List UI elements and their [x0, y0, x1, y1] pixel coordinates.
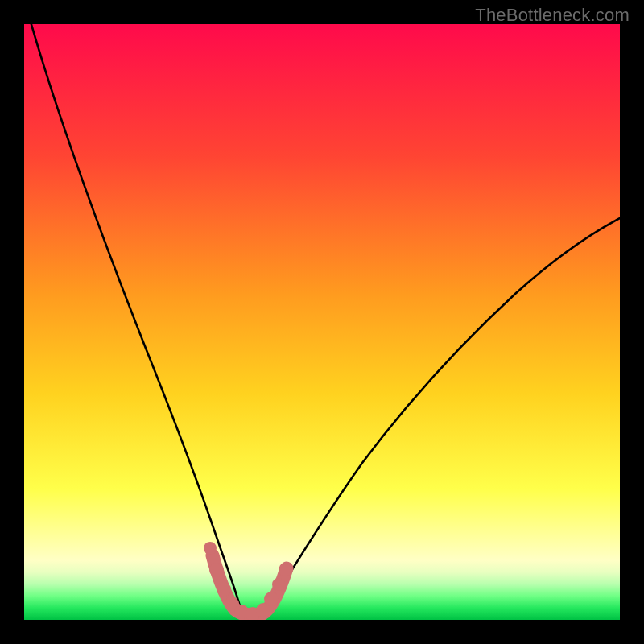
svg-point-1 [204, 542, 217, 555]
left-curve [29, 24, 242, 612]
chart-frame: TheBottleneck.com [0, 0, 644, 644]
svg-point-3 [217, 582, 231, 597]
svg-point-2 [209, 563, 224, 577]
curves-overlay [24, 24, 620, 620]
right-curve [264, 217, 620, 614]
attribution-text: TheBottleneck.com [475, 5, 630, 26]
plot-area [24, 24, 620, 620]
svg-point-8 [264, 592, 279, 606]
svg-point-10 [279, 564, 291, 576]
svg-point-9 [272, 578, 285, 591]
